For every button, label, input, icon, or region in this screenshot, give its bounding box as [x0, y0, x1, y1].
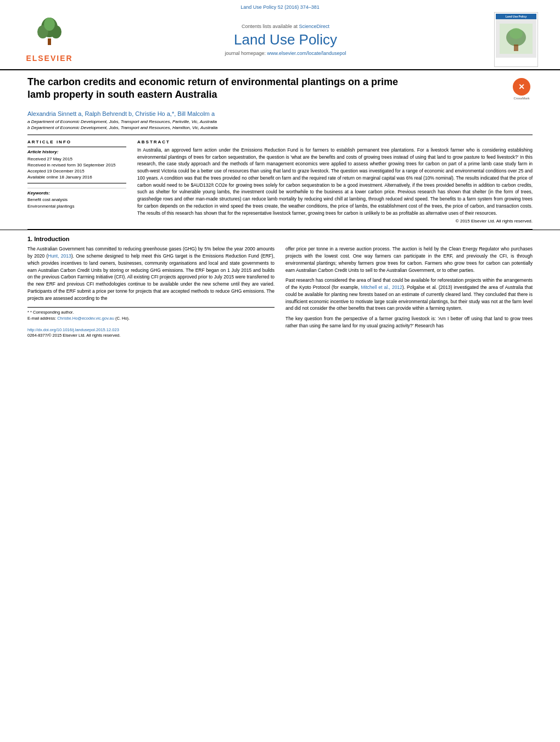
sciencedirect-link[interactable]: ScienceDirect	[299, 24, 330, 29]
journal-header: Land Use Policy 52 (2016) 374–381 ELSEVI…	[0, 0, 560, 70]
article-info-heading: ARTICLE INFO	[27, 140, 126, 144]
keywords-block: Keywords: Benefit cost analysis Environm…	[27, 188, 126, 210]
keywords-label: Keywords:	[27, 191, 126, 196]
svg-point-9	[509, 28, 523, 39]
intro-two-col: The Australian Government has committed …	[27, 246, 533, 339]
article-history-label: Article history:	[27, 149, 126, 154]
article-history-block: Article history: Received 27 May 2015 Re…	[27, 147, 126, 183]
authors: Alexandria Sinnett a, Ralph Behrendt b, …	[27, 110, 533, 117]
abstract-text: In Australia, an approved farm action un…	[137, 147, 533, 217]
thumb-img-icon	[500, 24, 533, 54]
page: Land Use Policy 52 (2016) 374–381 ELSEVI…	[0, 0, 560, 742]
affiliation-b: b Department of Economic Development, Jo…	[27, 125, 533, 130]
elsevier-logo: ELSEVIER	[22, 16, 77, 63]
article-info-col: ARTICLE INFO Article history: Received 2…	[27, 140, 126, 224]
elsevier-tree-icon	[32, 16, 68, 52]
article-body: The carbon credits and economic return o…	[0, 70, 560, 229]
mitchell-link[interactable]: Mitchell et al., 2012	[361, 284, 402, 290]
crossmark-label: CrossMark	[511, 97, 533, 100]
article-title: The carbon credits and economic return o…	[27, 76, 423, 102]
intro-right-para-2: Past research has considered the area of…	[285, 277, 533, 312]
copyright-line: © 2015 Elsevier Ltd. All rights reserved…	[137, 219, 533, 224]
abstract-col: ABSTRACT In Australia, an approved farm …	[137, 140, 533, 224]
journal-center: Contents lists available at ScienceDirec…	[77, 24, 494, 56]
intro-left-col: The Australian Government has committed …	[27, 246, 275, 339]
intro-left-para-1: The Australian Government has committed …	[27, 246, 275, 302]
elsevier-wordmark: ELSEVIER	[26, 54, 72, 63]
journal-title: Land Use Policy	[77, 31, 494, 48]
svg-rect-4	[48, 38, 51, 45]
journal-homepage: journal homepage: www.elsevier.com/locat…	[77, 51, 494, 56]
received-revised: Received in revised form 30 September 20…	[27, 162, 126, 168]
intro-section: 1. Introduction The Australian Governmen…	[0, 230, 560, 344]
keyword-2: Environmental plantings	[27, 203, 126, 210]
intro-title: 1. Introduction	[27, 236, 533, 242]
contents-available-text: Contents lists available at ScienceDirec…	[77, 24, 494, 29]
affiliation-a: a Department of Economic Development, Jo…	[27, 119, 533, 124]
journal-ref: Land Use Policy 52 (2016) 374–381	[22, 4, 538, 10]
intro-right-para-1: offer price per tonne in a reverse aucti…	[285, 246, 533, 274]
homepage-url[interactable]: www.elsevier.com/locate/landusepol	[267, 51, 346, 56]
crossmark-icon: ✕	[513, 78, 530, 96]
abstract-heading: ABSTRACT	[137, 140, 533, 144]
email-footnote: E-mail address: Christie.Ho@ecodev.vic.g…	[27, 316, 275, 322]
divider-after-affiliations	[27, 135, 533, 135]
accepted-date: Accepted 19 December 2015	[27, 168, 126, 174]
doi-link[interactable]: http://dx.doi.org/10.1016/j.landusepol.2…	[27, 327, 275, 333]
svg-rect-8	[514, 44, 518, 51]
received-date: Received 27 May 2015	[27, 156, 126, 162]
crossmark-logo: ✕ CrossMark	[511, 78, 533, 100]
journal-thumbnail: Land Use Policy	[494, 12, 538, 67]
corresponding-footnote: * * Corresponding author.	[27, 310, 275, 316]
thumb-image	[496, 19, 536, 58]
svg-point-5	[44, 18, 55, 31]
hunt-2013-link[interactable]: Hunt, 2013	[48, 253, 71, 259]
footnote-area: * * Corresponding author. E-mail address…	[27, 307, 275, 339]
thumb-header: Land Use Policy	[496, 14, 536, 19]
issn-line: 0264-8377/© 2015 Elsevier Ltd. All right…	[27, 333, 275, 339]
keyword-1: Benefit cost analysis	[27, 197, 126, 203]
intro-right-col: offer price per tonne in a reverse aucti…	[285, 246, 533, 339]
available-date: Available online 18 January 2016	[27, 174, 126, 180]
intro-right-para-3: The key question from the perspective of…	[285, 315, 533, 330]
author-email-link[interactable]: Christie.Ho@ecodev.vic.gov.au	[57, 316, 114, 321]
